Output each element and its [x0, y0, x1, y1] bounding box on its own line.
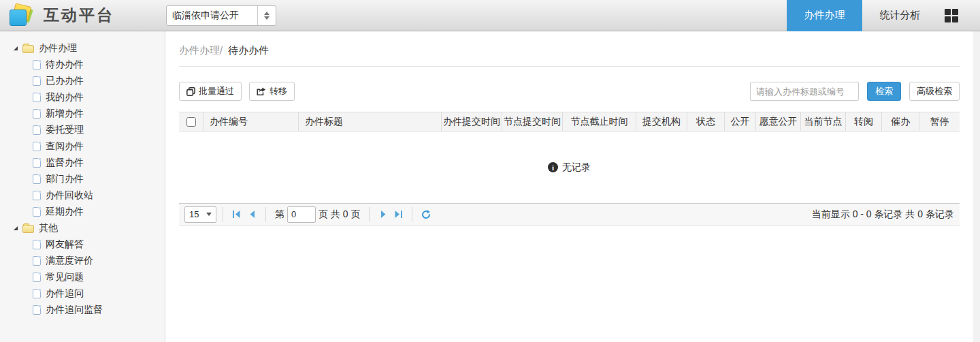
- sidebar-item-label: 已办办件: [46, 75, 84, 87]
- table-header-row: 办件编号 办件标题 办件提交时间 节点提交时间 节点截止时间 提交机构 状态 公…: [179, 112, 960, 131]
- breadcrumb-current: 待办办件: [228, 44, 269, 56]
- sidebar-item[interactable]: 常见问题: [0, 269, 165, 285]
- batch-approve-button[interactable]: 批量通过: [179, 82, 242, 101]
- select-all-cell: [179, 112, 203, 131]
- page-label-prefix: 第: [275, 208, 284, 221]
- column-header: 催办: [881, 112, 919, 131]
- file-icon: [33, 256, 41, 266]
- header-tabs: 办件办理 统计分析: [787, 0, 938, 31]
- app-logo-icon: [7, 4, 34, 27]
- column-header: 当前节点: [800, 112, 845, 131]
- share-arrow-icon: [257, 87, 266, 96]
- file-icon: [33, 125, 41, 135]
- sidebar-item[interactable]: 部门办件: [0, 171, 165, 187]
- search-input[interactable]: [750, 82, 859, 101]
- folder-icon: [22, 225, 34, 233]
- sidebar-item[interactable]: 办件追问监督: [0, 302, 165, 318]
- copy-stack-icon: [186, 87, 195, 96]
- sidebar-item-label: 办件追问监督: [46, 304, 103, 316]
- sidebar-item-label: 满意度评价: [46, 255, 93, 267]
- sidebar-item[interactable]: 延期办件: [0, 204, 165, 220]
- file-icon: [33, 76, 41, 86]
- page-number-input[interactable]: [287, 206, 316, 223]
- search-button[interactable]: 检索: [867, 82, 901, 101]
- file-icon: [33, 207, 41, 217]
- page-size-value: 15: [189, 209, 199, 219]
- divider: [265, 207, 266, 222]
- right-gutter: [973, 31, 980, 342]
- divider: [223, 207, 223, 222]
- tab-statistics[interactable]: 统计分析: [862, 0, 938, 31]
- info-icon: i: [548, 162, 558, 172]
- file-icon: [33, 158, 41, 168]
- sidebar-item-label: 办件追问: [46, 287, 84, 300]
- refresh-button[interactable]: [419, 207, 434, 222]
- batch-approve-label: 批量通过: [199, 85, 234, 97]
- sidebar-item-label: 常见问题: [46, 271, 84, 283]
- transfer-label: 转移: [270, 85, 287, 97]
- empty-state: i 无记录: [179, 131, 960, 203]
- first-page-button[interactable]: [229, 207, 244, 222]
- tree-expand-icon[interactable]: [14, 226, 18, 230]
- sidebar-item[interactable]: 满意度评价: [0, 253, 165, 269]
- column-header: 提交机构: [636, 112, 687, 131]
- file-icon: [33, 191, 41, 200]
- sidebar-item[interactable]: 监督办件: [0, 155, 165, 171]
- sidebar-item-label: 待办办件: [46, 59, 84, 71]
- tab-case-handling[interactable]: 办件办理: [787, 0, 862, 31]
- chevron-down-icon: [206, 213, 212, 216]
- sidebar-item-label: 部门办件: [46, 173, 84, 185]
- page-size-select[interactable]: 15: [184, 206, 216, 223]
- sidebar-item-label: 办件回收站: [46, 189, 93, 202]
- file-icon: [33, 289, 41, 298]
- select-spinner-icon[interactable]: [257, 6, 276, 25]
- site-select[interactable]: 临淄依申请公开: [166, 5, 276, 26]
- sidebar-item-label: 委托受理: [46, 124, 84, 136]
- column-header: 状态: [687, 112, 724, 131]
- sidebar-item[interactable]: 待办办件: [0, 57, 165, 73]
- sidebar-item[interactable]: 已办办件: [0, 73, 165, 89]
- pagination-bar: 15 第 页 共 0 页: [179, 203, 960, 226]
- breadcrumb-section: 办件办理/: [179, 44, 223, 56]
- column-header: 转阅: [845, 112, 881, 131]
- breadcrumb: 办件办理/ 待办办件: [179, 31, 960, 67]
- file-icon: [33, 174, 41, 184]
- sidebar-item-label: 延期办件: [46, 206, 84, 218]
- file-icon: [33, 305, 41, 315]
- transfer-button[interactable]: 转移: [249, 82, 295, 101]
- file-icon: [33, 93, 41, 102]
- select-all-checkbox[interactable]: [186, 117, 196, 127]
- sidebar-item[interactable]: 网友解答: [0, 236, 165, 253]
- column-header: 办件标题: [298, 112, 441, 131]
- search-area: 检索 高级检索: [750, 82, 960, 101]
- column-header: 愿意公开: [755, 112, 800, 131]
- sidebar-item[interactable]: 办件追问: [0, 285, 165, 302]
- sidebar-item-label: 监督办件: [46, 157, 84, 169]
- next-page-button[interactable]: [376, 207, 391, 222]
- app-header: 互动平台 临淄依申请公开 办件办理 统计分析: [0, 0, 980, 31]
- apps-grid-icon[interactable]: [945, 9, 958, 22]
- tree-group-other[interactable]: 其他: [0, 220, 165, 236]
- site-select-value: 临淄依申请公开: [167, 10, 257, 22]
- sidebar-item-label: 新增办件: [46, 108, 84, 120]
- tree-group-case-handling[interactable]: 办件办理: [0, 40, 165, 57]
- sidebar-item[interactable]: 我的办件: [0, 89, 165, 106]
- column-header: 办件编号: [203, 112, 298, 131]
- page-label-suffix: 页 共 0 页: [318, 208, 360, 221]
- last-page-button[interactable]: [391, 207, 406, 222]
- sidebar-item[interactable]: 新增办件: [0, 106, 165, 122]
- tree-expand-icon[interactable]: [14, 46, 18, 50]
- toolbar: 批量通过 转移 检索 高级检索: [179, 82, 960, 101]
- file-icon: [33, 142, 41, 151]
- empty-state-text: 无记录: [562, 161, 591, 174]
- sidebar-item[interactable]: 查阅办件: [0, 138, 165, 155]
- tab-label: 办件办理: [804, 9, 845, 22]
- file-icon: [33, 273, 41, 282]
- sidebar-item-label: 我的办件: [46, 91, 84, 104]
- sidebar-item[interactable]: 办件回收站: [0, 187, 165, 204]
- sidebar-item[interactable]: 委托受理: [0, 122, 165, 138]
- advanced-search-button[interactable]: 高级检索: [909, 82, 960, 101]
- record-summary: 当前显示 0 - 0 条记录 共 0 条记录: [812, 208, 954, 221]
- column-header: 节点提交时间: [502, 112, 562, 131]
- prev-page-button[interactable]: [244, 207, 259, 222]
